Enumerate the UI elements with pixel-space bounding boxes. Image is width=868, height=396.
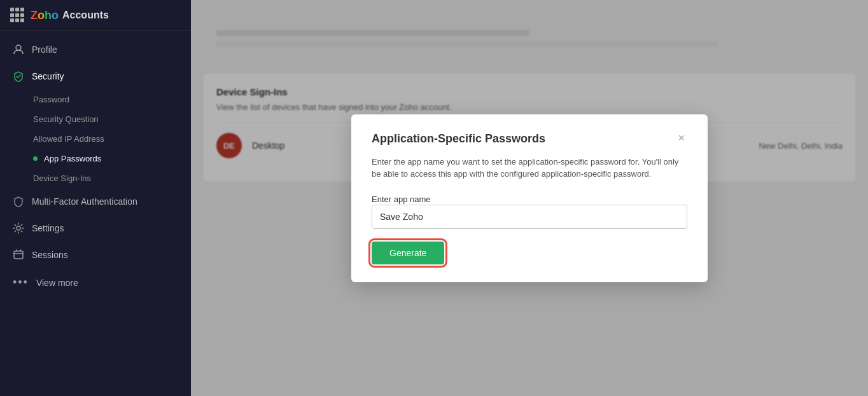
profile-icon xyxy=(13,44,24,55)
sidebar-sub-item-password[interactable]: Password xyxy=(0,90,191,109)
main-content: Device Sign-Ins View the list of devices… xyxy=(191,0,868,396)
active-dot xyxy=(33,156,38,161)
modal-dialog: Application-Specific Passwords × Enter t… xyxy=(351,114,708,282)
modal-description: Enter the app name you want to set the a… xyxy=(372,156,687,181)
sidebar-item-mfa[interactable]: Multi-Factor Authentication xyxy=(0,188,191,215)
device-sign-ins-label: Device Sign-Ins xyxy=(33,174,91,183)
sidebar: Z o h o Accounts Profile xyxy=(0,0,191,396)
sidebar-item-sessions[interactable]: Sessions xyxy=(0,242,191,268)
sidebar-item-profile[interactable]: Profile xyxy=(0,36,191,63)
app-name-label: Enter app name xyxy=(372,195,431,204)
sessions-icon xyxy=(13,249,24,261)
sessions-label: Sessions xyxy=(32,250,68,260)
app-name: Accounts xyxy=(62,10,109,21)
security-question-label: Security Question xyxy=(33,114,99,124)
modal-close-button[interactable]: × xyxy=(675,132,687,144)
sidebar-sub-item-allowed-ip[interactable]: Allowed IP Address xyxy=(0,129,191,149)
modal-header: Application-Specific Passwords × xyxy=(372,132,687,146)
sidebar-item-security[interactable]: Security xyxy=(0,63,191,90)
sidebar-item-view-more[interactable]: ••• View more xyxy=(0,268,191,297)
shield-icon xyxy=(13,71,24,82)
password-label: Password xyxy=(33,95,69,104)
modal-overlay: Application-Specific Passwords × Enter t… xyxy=(191,0,868,396)
mfa-shield-icon xyxy=(13,196,24,207)
sidebar-sub-item-device-sign-ins[interactable]: Device Sign-Ins xyxy=(0,168,191,188)
security-label: Security xyxy=(32,71,64,81)
svg-rect-2 xyxy=(14,251,23,259)
grid-icon[interactable] xyxy=(10,8,25,23)
allowed-ip-label: Allowed IP Address xyxy=(33,134,104,144)
app-name-input[interactable] xyxy=(372,205,687,229)
svg-point-1 xyxy=(17,226,20,230)
mfa-label: Multi-Factor Authentication xyxy=(32,196,137,207)
sidebar-item-settings[interactable]: Settings xyxy=(0,215,191,242)
view-more-label: View more xyxy=(36,278,78,288)
settings-icon xyxy=(13,222,24,234)
zoho-logo: Z o h o xyxy=(31,9,59,22)
app-passwords-label: App Passwords xyxy=(44,154,101,163)
generate-button[interactable]: Generate xyxy=(372,242,444,264)
sidebar-sub-item-app-passwords[interactable]: App Passwords xyxy=(0,149,191,168)
sidebar-sub-item-security-question[interactable]: Security Question xyxy=(0,109,191,129)
sidebar-nav: Profile Security Password Security Quest… xyxy=(0,31,191,396)
svg-point-0 xyxy=(16,45,21,50)
modal-title: Application-Specific Passwords xyxy=(372,132,545,146)
profile-label: Profile xyxy=(32,44,57,55)
settings-label: Settings xyxy=(32,223,64,233)
sidebar-header: Z o h o Accounts xyxy=(0,0,191,31)
more-icon: ••• xyxy=(13,276,29,289)
